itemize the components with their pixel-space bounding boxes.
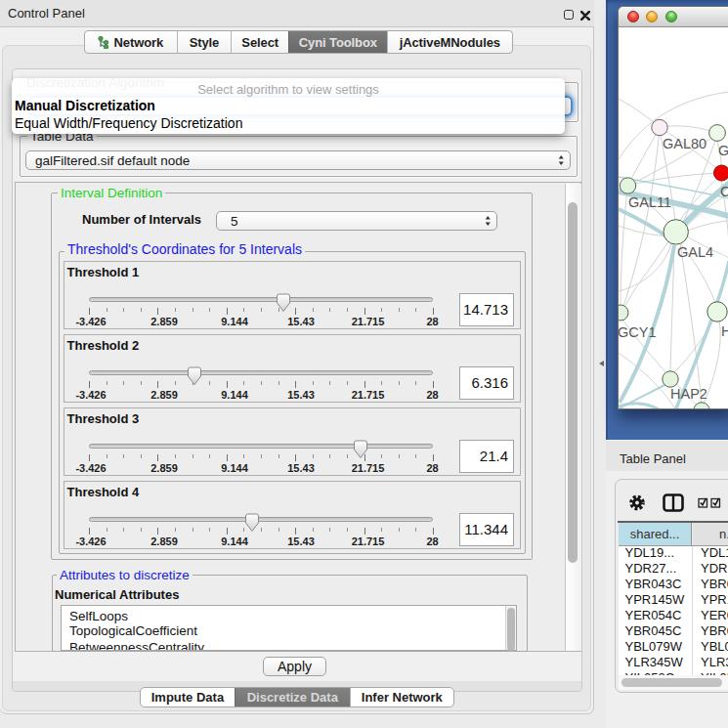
svg-text:H: H xyxy=(721,323,728,339)
svg-text:GAL4: GAL4 xyxy=(677,244,713,260)
svg-text:G...: G... xyxy=(718,143,728,158)
svg-text:C: C xyxy=(720,184,728,199)
svg-text:GAL11: GAL11 xyxy=(628,194,671,210)
svg-text:HAP2: HAP2 xyxy=(670,386,707,402)
svg-text:GCY1: GCY1 xyxy=(619,324,657,340)
svg-text:GAL80: GAL80 xyxy=(663,136,707,151)
